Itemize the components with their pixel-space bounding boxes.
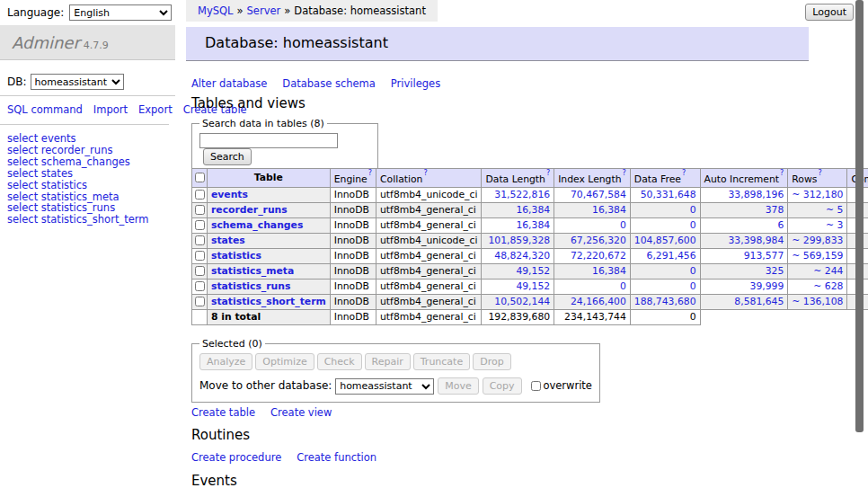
help-link[interactable]: ? (818, 169, 821, 177)
help-link[interactable]: ? (623, 169, 626, 177)
table-link-recorder_runs[interactable]: recorder_runs (211, 204, 288, 216)
breadcrumb-mysql[interactable]: MySQL (198, 4, 234, 17)
table-link-states[interactable]: states (211, 235, 245, 246)
data-length-link[interactable]: 48,824,320 (494, 250, 550, 262)
copy-button[interactable]: Copy (483, 377, 522, 395)
row-checkbox[interactable] (195, 266, 205, 276)
data-length-link[interactable]: 101,859,328 (488, 235, 550, 246)
truncate-button[interactable]: Truncate (413, 353, 470, 370)
auto-increment-link[interactable]: 6 (777, 219, 784, 231)
adminer-logo[interactable]: Adminer (12, 33, 80, 52)
link-privileges[interactable]: Privileges (391, 77, 440, 90)
data-free-link[interactable]: 50,331,648 (641, 189, 696, 200)
data-length-link[interactable]: 10,502,144 (494, 296, 550, 307)
help-link[interactable]: ? (423, 169, 427, 177)
data-length-link[interactable]: 49,152 (516, 265, 550, 277)
table-link-statistics[interactable]: statistics (211, 250, 261, 262)
rows-cell: ~ 136,108 (788, 294, 847, 309)
index-length-link[interactable]: 67,256,320 (571, 235, 626, 246)
sidebar-item-select-schema-changes[interactable]: select schema_changes (7, 156, 168, 168)
row-checkbox[interactable] (195, 281, 205, 291)
row-checkbox[interactable] (195, 220, 205, 230)
rows-link[interactable]: ~ 5 (826, 204, 843, 216)
rows-link[interactable]: ~ 628 (813, 280, 843, 292)
row-checkbox[interactable] (195, 190, 205, 200)
breadcrumb-server[interactable]: Server (247, 4, 281, 17)
rows-link[interactable]: ~ 136,108 (792, 296, 843, 307)
help-link[interactable]: ? (780, 169, 784, 177)
help-link[interactable]: ? (368, 169, 372, 177)
index-length-link[interactable]: 0 (620, 280, 626, 292)
row-checkbox[interactable] (195, 251, 205, 261)
rows-link[interactable]: ~ 569,159 (792, 250, 843, 262)
link-create-procedure[interactable]: Create procedure (191, 451, 281, 464)
auto-increment-link[interactable]: 325 (766, 265, 784, 277)
index-length-link[interactable]: 16,384 (592, 204, 626, 216)
row-checkbox[interactable] (195, 235, 205, 245)
data-length-link[interactable]: 49,152 (516, 280, 550, 292)
move-button[interactable]: Move (438, 377, 479, 395)
table-link-schema_changes[interactable]: schema_changes (211, 219, 303, 231)
data-free-link[interactable]: 0 (690, 204, 696, 216)
link-alter-database[interactable]: Alter database (191, 77, 267, 90)
help-link[interactable]: ? (546, 169, 550, 177)
scrollbar[interactable] (855, 0, 864, 432)
rows-link[interactable]: ~ 312,180 (792, 189, 843, 200)
table-link-statistics_short_term[interactable]: statistics_short_term (211, 296, 326, 307)
data-length-link[interactable]: 16,384 (516, 204, 550, 216)
language-select[interactable]: English (69, 4, 172, 21)
data-free-link[interactable]: 188,743,680 (634, 296, 696, 307)
search-button[interactable]: Search (203, 148, 252, 165)
move-db-select[interactable]: homeassistant (335, 378, 434, 395)
check-button[interactable]: Check (317, 353, 362, 370)
index-length-link[interactable]: 0 (620, 219, 626, 231)
check-all-checkbox[interactable] (195, 173, 205, 182)
table-link-statistics_runs[interactable]: statistics_runs (211, 280, 290, 292)
sidebar-item-select-events[interactable]: select events (7, 133, 168, 145)
auto-increment-link[interactable]: 33,398,984 (728, 235, 784, 246)
sidebar-link-export[interactable]: Export (138, 103, 173, 116)
optimize-button[interactable]: Optimize (255, 353, 314, 370)
data-free-link[interactable]: 0 (690, 219, 696, 231)
auto-increment-link[interactable]: 8,581,645 (734, 296, 784, 307)
rows-link[interactable]: ~ 3 (826, 219, 843, 231)
auto-increment-link[interactable]: 33,898,196 (728, 189, 784, 200)
rows-link[interactable]: ~ 244 (813, 265, 843, 277)
help-link[interactable]: ? (682, 169, 686, 177)
row-checkbox[interactable] (195, 297, 205, 306)
rows-link[interactable]: ~ 299,833 (792, 235, 843, 246)
auto-increment-link[interactable]: 39,999 (750, 280, 784, 292)
auto-increment-link[interactable]: 378 (766, 204, 784, 216)
index-length-link[interactable]: 24,166,400 (571, 296, 626, 307)
index-length-link[interactable]: 72,220,672 (571, 250, 626, 262)
link-create-table[interactable]: Create table (191, 406, 255, 419)
data-free-link[interactable]: 6,291,456 (647, 250, 696, 262)
table-link-statistics_meta[interactable]: statistics_meta (211, 265, 294, 277)
index-length-link[interactable]: 70,467,584 (571, 189, 626, 200)
sidebar-link-import[interactable]: Import (93, 103, 128, 116)
sidebar-item-select-states[interactable]: select states (7, 168, 168, 180)
sidebar-link-sql-command[interactable]: SQL command (7, 103, 83, 116)
auto-increment-link[interactable]: 913,577 (744, 250, 784, 262)
link-create-function[interactable]: Create function (297, 451, 376, 464)
link-database-schema[interactable]: Database schema (282, 77, 375, 90)
data-free-link[interactable]: 0 (690, 280, 696, 292)
analyze-button[interactable]: Analyze (199, 353, 252, 370)
drop-button[interactable]: Drop (473, 353, 510, 370)
data-free-link[interactable]: 104,857,600 (634, 235, 696, 246)
sidebar-item-select-recorder-runs[interactable]: select recorder_runs (7, 145, 168, 156)
sidebar-item-select-statistics[interactable]: select statistics (7, 180, 168, 191)
db-select[interactable]: homeassistant (31, 74, 124, 90)
overwrite-checkbox[interactable] (531, 381, 541, 391)
column-header-data-free: Data Free? (630, 169, 700, 188)
search-input[interactable] (199, 133, 338, 148)
data-length-link[interactable]: 16,384 (516, 219, 550, 231)
repair-button[interactable]: Repair (365, 353, 411, 370)
row-checkbox[interactable] (195, 205, 205, 215)
data-free-link[interactable]: 0 (690, 265, 696, 277)
link-create-view[interactable]: Create view (270, 406, 332, 419)
table-link-events[interactable]: events (211, 189, 248, 200)
index-length-link[interactable]: 16,384 (592, 265, 626, 277)
data-length-link[interactable]: 31,522,816 (494, 189, 550, 200)
sidebar-item-select-statistics-short-term[interactable]: select statistics_short_term (7, 214, 168, 226)
